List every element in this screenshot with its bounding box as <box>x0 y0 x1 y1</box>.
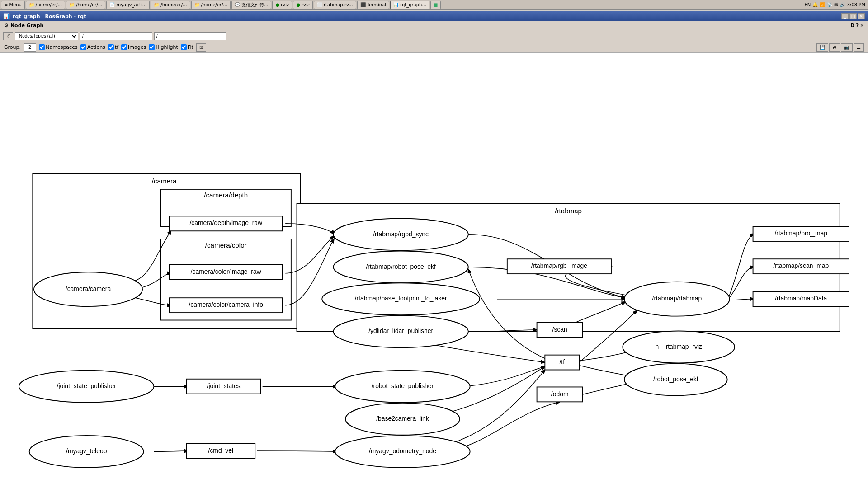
window-title: rqt_graph__RosGraph - rqt <box>13 14 841 19</box>
task-rviz1-label: rviz <box>281 2 289 7</box>
main-window: 📊 rqt_graph__RosGraph - rqt _ □ ✕ ⚙ Node… <box>0 11 868 488</box>
bell-icon: 🔔 <box>812 2 818 7</box>
namespaces-checkbox[interactable] <box>39 44 45 50</box>
rqt-icon: 📊 <box>393 2 399 7</box>
graph-svg: /camera /camera/depth /camera/color /rta… <box>0 53 868 488</box>
panel-controls: D ? ✕ <box>851 23 864 28</box>
node-rtabmap-rviz-label: n__rtabmap_rviz <box>655 343 702 350</box>
task-file1[interactable]: 📁 /home/er/... <box>26 1 65 9</box>
tf-check[interactable]: tf <box>108 44 118 50</box>
task-rviz2[interactable]: ● rviz <box>293 1 313 9</box>
rviz-icon1: ● <box>275 2 279 7</box>
rtabmap-group-label: /rtabmap <box>555 207 582 215</box>
task-terminal-label: Terminal <box>367 2 386 7</box>
edge-cmd-odom <box>257 451 337 451</box>
task-rqt-label: rqt_graph... <box>400 2 426 7</box>
minimize-button[interactable]: _ <box>841 13 849 19</box>
lang-indicator: EN <box>805 2 811 7</box>
node-base2cam-label: /base2camera_link <box>376 415 429 422</box>
window-titlebar: 📊 rqt_graph__RosGraph - rqt _ □ ✕ <box>0 11 868 21</box>
wechat-icon: 💬 <box>235 2 240 7</box>
node-cmd-vel-label: /cmd_vel <box>208 447 234 454</box>
actions-checkbox[interactable] <box>80 44 86 50</box>
namespaces-check[interactable]: Namespaces <box>39 44 77 50</box>
mail-icon: ✉ <box>834 2 838 7</box>
node-teleop-label: /myagv_teleop <box>66 447 107 455</box>
window-controls: _ □ ✕ <box>841 13 865 19</box>
extra-btn[interactable]: ⊡ <box>196 43 206 52</box>
network-icon: 📡 <box>827 2 832 7</box>
highlight-checkbox[interactable] <box>149 44 155 50</box>
node-rtabmap-label: /rtabmap/rtabmap <box>652 295 702 302</box>
node-color-image-raw-label: /camera/color/image_raw <box>191 268 262 275</box>
highlight-check[interactable]: Highlight <box>149 44 178 50</box>
node-camera-camera-label: /camera/camera <box>66 285 111 292</box>
task-myagv[interactable]: 📄 myagv_acti... <box>106 1 150 9</box>
wifi-icon: 📶 <box>820 2 825 7</box>
folder-icon2: 📁 <box>69 2 75 7</box>
node-ydlidar-label: /ydlidar_lidar_publisher <box>368 327 433 334</box>
terminal-icon: ⬛ <box>360 2 366 7</box>
filter1-input[interactable] <box>80 32 152 40</box>
images-checkbox[interactable] <box>121 44 127 50</box>
save-button[interactable]: 💾 <box>816 43 828 52</box>
node-tf-label: /tf <box>559 358 565 366</box>
print-button[interactable]: 🖨 <box>829 43 840 52</box>
menu-button[interactable]: ☰ <box>854 43 864 52</box>
options-toolbar: Group: 2 Namespaces Actions tf Images Hi… <box>0 42 868 53</box>
screenshot-button[interactable]: 📷 <box>841 43 853 52</box>
images-check[interactable]: Images <box>121 44 146 50</box>
node-rgb-image-label: /rtabmap/rgb_image <box>531 262 588 269</box>
filter2-input[interactable] <box>154 32 226 40</box>
task-rtabmap[interactable]: ⬜ rtabmap.rv... <box>314 1 356 9</box>
folder-icon3: 📁 <box>154 2 159 7</box>
fit-checkbox[interactable] <box>181 44 187 50</box>
camera-group-label: /camera <box>152 177 177 185</box>
camera-color-label: /camera/color <box>205 241 247 249</box>
menu-icon: ≡ <box>4 2 8 7</box>
panel-header: ⚙ Node Graph D ? ✕ <box>0 21 868 30</box>
node-myagv-odom-label: /myagv_odometry_node <box>369 447 436 455</box>
task-menu[interactable]: ≡ Menu <box>1 1 25 9</box>
node-joint-states-label: /joint_states <box>207 382 241 389</box>
group-value: 2 <box>28 45 31 50</box>
task-rviz1[interactable]: ● rviz <box>272 1 292 9</box>
folder-icon: 📁 <box>29 2 34 7</box>
task-file4-label: /home/er/... <box>201 2 227 7</box>
maximize-button[interactable]: □ <box>849 13 857 19</box>
node-odom-label: /odom <box>551 390 569 398</box>
node-scan-label: /scan <box>552 326 567 333</box>
folder-icon4: 📁 <box>194 2 200 7</box>
refresh-button[interactable]: ↺ <box>3 32 13 40</box>
task-file1-label: /home/er/... <box>36 2 62 7</box>
rviz-icon2: ● <box>296 2 300 7</box>
panel-title: Node Graph <box>10 23 44 28</box>
node-base-footprint-label: /rtabmap/base_footprint_to_laser <box>355 295 447 302</box>
nodes-dropdown[interactable]: Nodes/Topics (all) <box>15 32 78 40</box>
tf-checkbox[interactable] <box>108 44 114 50</box>
close-button[interactable]: ✕ <box>858 13 865 19</box>
task-file2-label: /home/er/... <box>76 2 102 7</box>
canvas-area[interactable]: /camera /camera/depth /camera/color /rta… <box>0 53 868 488</box>
camera-depth-label: /camera/depth <box>204 191 248 199</box>
node-mapdata-label: /rtabmap/mapData <box>775 295 827 302</box>
task-rqt[interactable]: 📊 rqt_graph... <box>390 1 429 9</box>
node-rsp-label: /robot_state_publisher <box>372 382 434 389</box>
task-myagv-label: myagv_acti... <box>116 2 146 7</box>
node-scan-map-label: /rtabmap/scan_map <box>773 262 829 269</box>
main-toolbar: ↺ Nodes/Topics (all) <box>0 30 868 42</box>
task-wechat[interactable]: 💬 微信文件传... <box>231 1 272 9</box>
task-rtabmap-label: rtabmap.rv... <box>324 2 353 7</box>
task-file3[interactable]: 📁 /home/er/... <box>151 1 190 9</box>
task-file4[interactable]: 📁 /home/er/... <box>191 1 231 9</box>
task-file2[interactable]: 📁 /home/er/... <box>66 1 105 9</box>
task-extra[interactable]: ■ <box>430 1 441 9</box>
fit-check[interactable]: Fit <box>181 44 193 50</box>
rtabmap-icon: ⬜ <box>317 2 322 7</box>
taskbar: ≡ Menu 📁 /home/er/... 📁 /home/er/... 📄 m… <box>0 0 868 10</box>
node-robot-pose-ekf2-label: /robot_pose_ekf <box>653 375 698 383</box>
clock: 3:08 PM <box>847 2 865 7</box>
task-terminal[interactable]: ⬛ Terminal <box>357 1 389 9</box>
actions-check[interactable]: Actions <box>80 44 105 50</box>
group-spinner[interactable]: 2 <box>24 43 36 52</box>
